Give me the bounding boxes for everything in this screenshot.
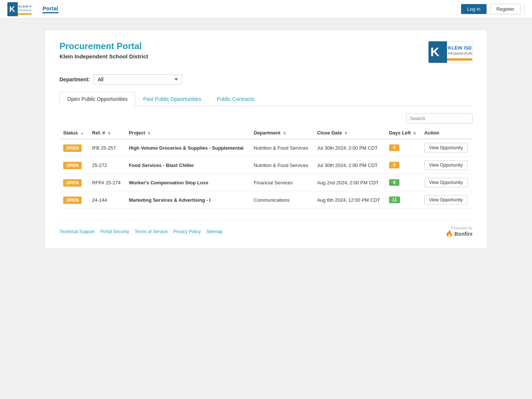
col-action: Action <box>421 127 473 139</box>
table-row: OPEN RFP# 25-274 Worker's Compensation S… <box>59 174 473 191</box>
svg-text:KLEIN ISD: KLEIN ISD <box>448 45 472 51</box>
cell-status: OPEN <box>59 174 88 191</box>
bonfire-name: Bonfire <box>454 231 473 237</box>
svg-text:KLEIN ISD: KLEIN ISD <box>18 5 31 8</box>
portal-title-area: Procurement Portal Klein Independent Sch… <box>59 41 148 59</box>
view-opportunity-button[interactable]: View Opportunity <box>424 143 468 153</box>
col-project[interactable]: Project ⇅ <box>125 127 250 139</box>
sort-project-icon: ⇅ <box>147 131 150 135</box>
cell-department: Nutrition & Food Services <box>250 157 313 174</box>
filter-row: Department: All Communications Financial… <box>59 74 473 85</box>
cell-close-date: Jul 30th 2024, 2:00 PM CDT <box>313 157 385 174</box>
department-select[interactable]: All Communications Financial Services Nu… <box>93 74 182 85</box>
cell-project: Marketing Services & Advertising - I <box>125 191 250 209</box>
cell-project: Worker's Compensation Stop Loss <box>125 174 250 191</box>
portal-header: Procurement Portal Klein Independent Sch… <box>59 41 473 63</box>
footer-link-portal-security[interactable]: Portal Security <box>100 229 129 234</box>
cell-action: View Opportunity <box>421 139 473 157</box>
footer-link-sitemap[interactable]: Sitemap <box>206 229 222 234</box>
col-ref[interactable]: Ref. # ⇅ <box>88 127 125 139</box>
bonfire-brand: 🔥 Bonfire <box>446 230 473 237</box>
col-days-left[interactable]: Days Left ⇅ <box>385 127 420 139</box>
powered-by: Powered by 🔥 Bonfire <box>446 226 473 237</box>
bonfire-icon: 🔥 <box>446 230 453 237</box>
sort-dept-icon: ⇅ <box>283 131 286 135</box>
svg-text:K: K <box>430 45 440 59</box>
days-badge: 5 <box>389 144 399 151</box>
top-nav: K KLEIN ISD PROMISE•PURPOSE Portal Log I… <box>0 0 532 18</box>
cell-days-left: 5 <box>385 139 420 157</box>
portal-subtitle: Klein Independent School District <box>59 53 148 59</box>
cell-close-date: Jul 30th 2024, 2:00 PM CDT <box>313 139 385 157</box>
footer-link-terms[interactable]: Terms of Service <box>134 229 167 234</box>
days-badge: 8 <box>389 179 399 186</box>
cell-ref: 24-144 <box>88 191 125 209</box>
svg-rect-5 <box>18 13 31 15</box>
footer-link-privacy[interactable]: Privacy Policy <box>173 229 201 234</box>
cell-ref: 25-272 <box>88 157 125 174</box>
footer: Technical Support Portal Security Terms … <box>59 220 473 237</box>
cell-days-left: 8 <box>385 174 420 191</box>
klein-isd-logo: K KLEIN ISD PROMISE•PURPOSE <box>7 2 31 16</box>
cell-status: OPEN <box>59 191 88 209</box>
col-department[interactable]: Department ⇅ <box>250 127 313 139</box>
cell-close-date: Aug 6th 2024, 12:00 PM CDT <box>313 191 385 209</box>
tab-open-opportunities[interactable]: Open Public Opportunities <box>59 92 135 106</box>
days-badge: 5 <box>389 162 399 168</box>
col-close-date[interactable]: Close Date ⇅ <box>313 127 385 139</box>
cell-department: Communications <box>250 191 313 209</box>
cell-days-left: 11 <box>385 191 420 209</box>
cell-project: Food Services - Blast Chiller <box>125 157 250 174</box>
table-toolbar <box>59 113 473 123</box>
table-row: OPEN 25-272 Food Services - Blast Chille… <box>59 157 473 174</box>
cell-days-left: 5 <box>385 157 420 174</box>
footer-link-technical-support[interactable]: Technical Support <box>59 229 95 234</box>
sort-status-icon: ▲ <box>80 131 84 135</box>
col-status[interactable]: Status ▲ <box>59 127 88 139</box>
main-wrapper: Procurement Portal Klein Independent Sch… <box>0 18 532 260</box>
svg-text:PROMISE•PURPOSE: PROMISE•PURPOSE <box>18 9 31 11</box>
table-row: OPEN IFB 25-257 High Volume Groceries & … <box>59 139 473 157</box>
nav-right: Log In Register <box>461 4 525 15</box>
svg-text:K: K <box>9 4 15 14</box>
logo-area: K KLEIN ISD PROMISE•PURPOSE <box>7 2 31 16</box>
sort-days-icon: ⇅ <box>413 131 416 135</box>
login-button[interactable]: Log In <box>461 4 486 14</box>
register-button[interactable]: Register <box>490 4 521 14</box>
cell-action: View Opportunity <box>421 157 473 174</box>
search-input[interactable] <box>406 113 473 123</box>
nav-divider <box>524 4 525 15</box>
cell-ref: IFB 25-257 <box>88 139 125 157</box>
cell-close-date: Aug 2nd 2024, 2:00 PM CDT <box>313 174 385 191</box>
portal-logo-image: K KLEIN ISD PROMISE•PURPOSE <box>429 41 472 63</box>
status-badge: OPEN <box>63 162 82 169</box>
view-opportunity-button[interactable]: View Opportunity <box>424 195 468 205</box>
cell-status: OPEN <box>59 139 88 157</box>
table-header-row: Status ▲ Ref. # ⇅ Project ⇅ Department ⇅… <box>59 127 473 139</box>
cell-department: Nutrition & Food Services <box>250 139 313 157</box>
nav-portal-link[interactable]: Portal <box>42 5 58 13</box>
cell-project: High Volume Groceries & Supplies - Suppl… <box>125 139 250 157</box>
cell-action: View Opportunity <box>421 191 473 209</box>
table-row: OPEN 24-144 Marketing Services & Adverti… <box>59 191 473 209</box>
days-badge: 11 <box>389 197 400 203</box>
data-table: Status ▲ Ref. # ⇅ Project ⇅ Department ⇅… <box>59 127 473 209</box>
status-badge: OPEN <box>63 179 82 187</box>
svg-rect-11 <box>447 58 472 61</box>
tab-public-contracts[interactable]: Public Contracts <box>209 92 262 106</box>
portal-title: Procurement Portal <box>59 41 148 51</box>
tab-past-opportunities[interactable]: Past Public Opportunities <box>135 92 209 106</box>
cell-ref: RFP# 25-274 <box>88 174 125 191</box>
portal-logo: K KLEIN ISD PROMISE•PURPOSE <box>428 41 473 63</box>
sort-date-icon: ⇅ <box>344 131 347 135</box>
view-opportunity-button[interactable]: View Opportunity <box>424 160 468 170</box>
status-badge: OPEN <box>63 197 82 204</box>
department-label: Department: <box>59 76 90 82</box>
portal-card: Procurement Portal Klein Independent Sch… <box>44 30 488 249</box>
footer-links: Technical Support Portal Security Terms … <box>59 229 223 234</box>
cell-department: Financial Services <box>250 174 313 191</box>
view-opportunity-button[interactable]: View Opportunity <box>424 178 468 187</box>
cell-status: OPEN <box>59 157 88 174</box>
status-badge: OPEN <box>63 144 82 152</box>
sort-ref-icon: ⇅ <box>108 131 110 135</box>
